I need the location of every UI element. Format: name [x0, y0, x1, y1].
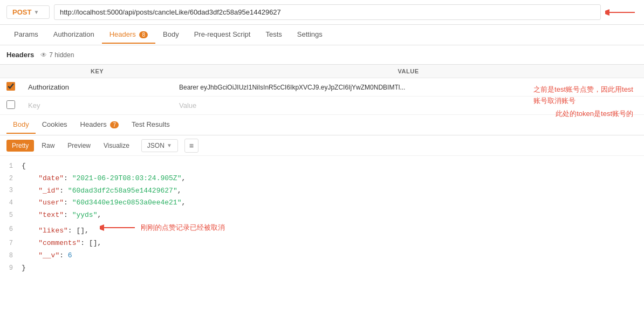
likes-annotation-text: 刚刚的点赞记录已经被取消: [141, 222, 225, 234]
headers-title-row: Headers 👁 7 hidden: [0, 45, 644, 65]
col-checkbox: [0, 65, 22, 78]
tab-params[interactable]: Params: [6, 26, 46, 44]
empty-key-cell[interactable]: Key: [22, 97, 173, 115]
format-preview-btn[interactable]: Preview: [62, 140, 96, 152]
format-pretty-btn[interactable]: Pretty: [6, 140, 34, 152]
resp-tab-cookies[interactable]: Cookies: [36, 116, 74, 134]
tab-settings[interactable]: Settings: [290, 26, 330, 44]
filter-icon-btn[interactable]: ≡: [184, 139, 198, 153]
request-tabs: Params Authorization Headers 8 Body Pre-…: [0, 25, 644, 45]
json-body: 1 { 2 "date": "2021-06-29T08:03:24.905Z"…: [0, 156, 644, 279]
col-key-header: KEY: [22, 65, 173, 78]
tab-body[interactable]: Body: [155, 26, 187, 44]
tab-tests[interactable]: Tests: [258, 26, 289, 44]
resp-tab-testresults[interactable]: Test Results: [125, 116, 176, 134]
line-content-2: "date": "2021-06-29T08:03:24.905Z",: [22, 173, 644, 184]
method-chevron-icon: ▼: [33, 9, 39, 15]
url-bar: POST ▼: [0, 0, 644, 25]
line-num-9: 9: [0, 263, 22, 274]
hidden-count: 7 hidden: [49, 51, 74, 59]
auth-value-text: Bearer eyJhbGciOiJIUzI1NiIsInR5cCI6IkpXV…: [179, 84, 405, 91]
col-value-header: VALUE: [173, 65, 644, 78]
headers-table-wrapper: KEY VALUE Authorization Bearer eyJhbGciO…: [0, 65, 644, 115]
empty-key-placeholder: Key: [28, 101, 40, 110]
eye-icon: 👁: [40, 51, 47, 59]
json-line-8: 8 "__v": 6: [0, 250, 644, 262]
line-num-7: 7: [0, 238, 22, 249]
tab-authorization[interactable]: Authorization: [46, 26, 102, 44]
json-line-7: 7 "comments": [],: [0, 237, 644, 250]
format-chevron-icon: ▼: [167, 142, 172, 148]
method-label: POST: [12, 8, 31, 16]
format-row: Pretty Raw Preview Visualize JSON ▼ ≡: [0, 135, 644, 156]
auth-checkbox-cell: [0, 78, 22, 97]
auth-key-cell: Authorization: [22, 78, 173, 97]
resp-tab-body[interactable]: Body: [6, 116, 36, 134]
json-line-5: 5 "text": "yyds",: [0, 209, 644, 222]
filter-icon: ≡: [189, 141, 194, 150]
line-content-3: "_id": "60dad3df2c58a95e14429627",: [22, 186, 644, 197]
line-num-5: 5: [0, 210, 22, 221]
json-line-2: 2 "date": "2021-06-29T08:03:24.905Z",: [0, 173, 644, 185]
format-type-select[interactable]: JSON ▼: [141, 139, 178, 152]
headers-badge: 8: [139, 31, 148, 38]
json-line-9: 9 }: [0, 262, 644, 275]
annotation-line1: 之前是test账号点赞，因此用test: [533, 85, 633, 93]
empty-checkbox[interactable]: [6, 100, 15, 109]
line-content-7: "comments": [],: [22, 238, 644, 249]
json-line-3: 3 "_id": "60dad3df2c58a95e14429627",: [0, 185, 644, 197]
auth-checkbox[interactable]: [6, 82, 15, 91]
line-num-1: 1: [0, 161, 22, 172]
line-content-6: "likes": [], 刚刚的点赞记录已经被取消: [22, 222, 644, 237]
headers-section-label: Headers: [6, 51, 34, 59]
line-num-2: 2: [0, 174, 22, 184]
hidden-badge: 👁 7 hidden: [40, 51, 74, 59]
auth-key-text: Authorization: [28, 83, 69, 91]
line-content-8: "__v": 6: [22, 250, 644, 262]
format-visualize-btn[interactable]: Visualize: [98, 140, 135, 152]
line-num-4: 4: [0, 198, 22, 208]
json-line-4: 4 "user": "60d3440e19ec0853a0ee4e21",: [0, 197, 644, 209]
json-line-6: 6 "likes": [], 刚刚的点赞记录已经被取消: [0, 222, 644, 237]
url-red-arrow-icon: [605, 4, 638, 20]
empty-value-placeholder: Value: [179, 101, 196, 110]
line-num-3: 3: [0, 186, 22, 196]
line-content-5: "text": "yyds",: [22, 210, 644, 221]
annotation-line2: 账号取消账号: [533, 97, 576, 105]
likes-annotation-container: 刚刚的点赞记录已经被取消: [100, 222, 225, 234]
tab-prerequest[interactable]: Pre-request Script: [187, 26, 258, 44]
resp-tab-headers[interactable]: Headers 7: [74, 116, 125, 134]
url-area: [54, 4, 601, 20]
line-content-4: "user": "60d3440e19ec0853a0ee4e21",: [22, 197, 644, 209]
line-num-8: 8: [0, 251, 22, 261]
likes-red-arrow-icon: [100, 223, 138, 233]
method-select[interactable]: POST ▼: [6, 5, 50, 19]
url-input[interactable]: [54, 4, 601, 20]
line-num-6: 6: [0, 224, 22, 235]
json-line-1: 1 {: [0, 160, 644, 173]
tab-headers[interactable]: Headers 8: [102, 26, 155, 44]
header-annotation-block: 之前是test账号点赞，因此用test 账号取消账号: [533, 84, 633, 107]
format-type-label: JSON: [147, 142, 165, 149]
format-raw-btn[interactable]: Raw: [36, 140, 60, 152]
header-annotation-token: 此处的token是test账号的: [556, 109, 633, 119]
line-content-1: {: [22, 161, 644, 172]
empty-checkbox-cell: [0, 97, 22, 115]
resp-headers-badge: 7: [110, 121, 119, 128]
line-content-9: }: [22, 263, 644, 274]
response-tabs: Body Cookies Headers 7 Test Results: [0, 115, 644, 135]
annotation-token: 此处的token是test账号的: [556, 110, 633, 118]
